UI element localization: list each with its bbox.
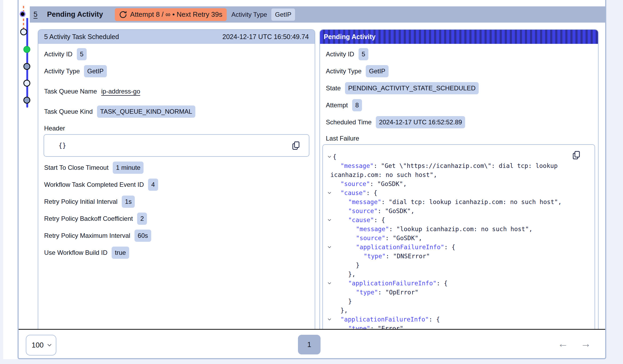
code-line: } xyxy=(323,297,595,306)
field-row: Activity ID5 xyxy=(320,48,598,60)
timeline-event-dot[interactable] xyxy=(23,80,30,87)
retry-attempt-badge: Attempt 8 / ∞ • Next Retry 39s xyxy=(115,8,227,21)
timeline-current-event-dot[interactable] xyxy=(20,11,26,17)
json-value: : { xyxy=(429,316,440,323)
field-label: Task Queue Name xyxy=(44,88,97,95)
field-row: Activity TypeGetIP xyxy=(38,65,315,77)
json-value: : "OpError" xyxy=(378,289,418,296)
code-line: }, xyxy=(323,270,595,279)
event-detail-panel-header: 5 Activity Task Scheduled 2024-12-17 UTC… xyxy=(38,30,315,44)
code-line: } xyxy=(323,261,595,270)
page-size-select[interactable]: 100 xyxy=(26,335,56,355)
field-row: Retry Policy Initial Interval1s xyxy=(38,196,315,208)
json-value: : "GoSDK", xyxy=(370,180,407,187)
json-value: : { xyxy=(444,244,455,251)
field-value-badge: 2024-12-17 UTC 16:52:52.89 xyxy=(376,116,465,128)
collapse-chevron-icon[interactable] xyxy=(323,245,333,249)
pagination-bar: 100 1 ← → xyxy=(19,329,605,357)
code-line: "applicationFailureInfo": { xyxy=(323,315,595,324)
json-value: : "Error" xyxy=(370,325,403,329)
event-history-table: 5 Pending Activity Attempt 8 / ∞ • Next … xyxy=(19,0,605,329)
left-margin-strip xyxy=(3,0,18,359)
code-line: { xyxy=(323,152,595,161)
field-label: Use Workflow Build ID xyxy=(44,249,107,256)
retry-icon xyxy=(119,11,127,19)
code-line: icanhazip.com: no such host", xyxy=(323,170,595,179)
field-row: Activity TypeGetIP xyxy=(320,65,598,77)
collapse-chevron-icon[interactable] xyxy=(323,191,333,195)
field-value-badge: 5 xyxy=(359,48,368,60)
code-line: "type": "OpError" xyxy=(323,288,595,297)
activity-type-badge: GetIP xyxy=(271,9,295,21)
field-value-badge: 2 xyxy=(137,213,147,225)
timeline-event-dot[interactable] xyxy=(23,97,30,104)
field-row: Activity ID5 xyxy=(38,48,315,60)
event-detail-timestamp: 2024-12-17 UTC 16:50:49.74 xyxy=(222,33,309,41)
last-failure-label: Last Failure xyxy=(320,134,598,143)
copy-button[interactable] xyxy=(291,141,301,151)
field-label: Activity Type xyxy=(44,67,80,75)
event-detail-panel: 5 Activity Task Scheduled 2024-12-17 UTC… xyxy=(38,29,315,329)
json-key: "source" xyxy=(356,235,385,242)
page-size-value: 100 xyxy=(32,341,44,349)
json-key: "cause" xyxy=(340,189,366,196)
code-line: "applicationFailureInfo": { xyxy=(323,279,595,288)
field-row: Task Queue KindTASK_QUEUE_KIND_NORMAL xyxy=(38,105,315,118)
json-value: }, xyxy=(348,271,356,278)
pending-activity-panel: Pending Activity Activity ID5Activity Ty… xyxy=(319,29,599,329)
header-payload-code: {} xyxy=(44,142,66,149)
timeline-event-dot-success[interactable] xyxy=(23,46,30,53)
next-page-arrow-icon[interactable]: → xyxy=(580,337,591,350)
json-key: "applicationFailureInfo" xyxy=(356,244,444,251)
code-line: "cause": { xyxy=(323,215,595,225)
field-value-badge: 5 xyxy=(77,48,87,60)
collapse-chevron-icon[interactable] xyxy=(323,317,333,322)
task-queue-link[interactable]: ip-address-go xyxy=(101,88,140,95)
json-key: "applicationFailureInfo" xyxy=(340,316,429,323)
event-detail-title: 5 Activity Task Scheduled xyxy=(44,33,119,41)
field-row: Retry Policy Backoff Coefficient2 xyxy=(38,213,315,225)
timeline-event-dot[interactable] xyxy=(23,63,30,70)
collapse-chevron-icon[interactable] xyxy=(323,218,333,222)
json-value: : "lookup icanhazip.com: no such host", xyxy=(389,226,533,232)
json-value: }, xyxy=(340,307,348,314)
page-number-button[interactable]: 1 xyxy=(298,335,321,354)
json-value: : { xyxy=(374,217,385,223)
field-row: Task Queue Nameip-address-go xyxy=(38,85,315,98)
activity-type-label: Activity Type xyxy=(231,11,267,18)
json-value: : "DNSError" xyxy=(386,253,430,260)
last-failure-code-box: {"message": "Get \"https://icanhazip.com… xyxy=(322,144,595,329)
timeline-event-dot[interactable] xyxy=(20,28,27,35)
json-key: "source" xyxy=(348,208,378,214)
field-value-badge: GetIP xyxy=(366,65,388,77)
field-value-badge: 4 xyxy=(148,179,158,191)
previous-page-arrow-icon[interactable]: ← xyxy=(558,337,568,350)
code-line: "source": "GoSDK", xyxy=(323,206,595,215)
collapse-chevron-icon[interactable] xyxy=(323,155,333,159)
json-value: : "Get \"https://icanhazip.com\": dial t… xyxy=(374,162,558,169)
json-value: : { xyxy=(366,189,377,196)
field-label: Activity ID xyxy=(44,50,73,58)
event-row-header[interactable]: 5 Pending Activity Attempt 8 / ∞ • Next … xyxy=(30,6,605,23)
field-label: Attempt xyxy=(326,101,348,109)
code-line: "message": "Get \"https://icanhazip.com\… xyxy=(323,161,595,170)
event-id-link[interactable]: 5 xyxy=(33,10,37,19)
field-label: Start To Close Timeout xyxy=(44,164,108,171)
code-line: "type": "Error" xyxy=(323,324,595,329)
field-row: Attempt8 xyxy=(320,99,598,111)
json-key: "message" xyxy=(340,162,374,169)
collapse-chevron-icon[interactable] xyxy=(323,281,333,286)
code-line: "type": "DNSError" xyxy=(323,252,595,261)
code-line: }, xyxy=(323,306,595,315)
code-line: "message": "dial tcp: lookup icanhazip.c… xyxy=(323,197,595,206)
field-value-badge: 8 xyxy=(352,99,362,111)
field-value-badge: GetIP xyxy=(84,65,107,77)
event-history-container: 5 Pending Activity Attempt 8 / ∞ • Next … xyxy=(18,0,606,359)
field-row: Use Workflow Build IDtrue xyxy=(38,247,315,259)
field-label: Retry Policy Initial Interval xyxy=(44,198,117,205)
copy-button[interactable] xyxy=(572,150,581,161)
field-value-badge: PENDING_ACTIVITY_STATE_SCHEDULED xyxy=(345,82,479,94)
header-section-label: Header xyxy=(38,124,315,133)
field-label: Activity ID xyxy=(326,50,354,58)
field-row: Retry Policy Maximum Interval60s xyxy=(38,230,315,242)
